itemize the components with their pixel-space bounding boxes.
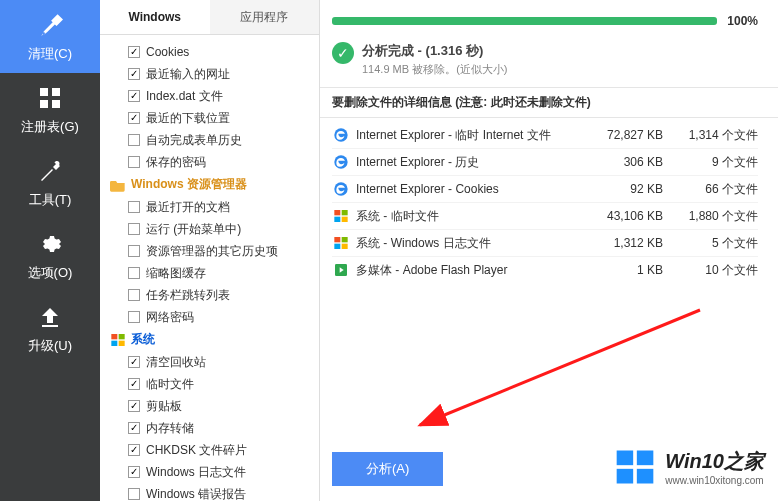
tree-item[interactable]: 最近输入的网址 (100, 63, 319, 85)
checkbox[interactable] (128, 378, 140, 390)
checkbox[interactable] (128, 311, 140, 323)
tree-item-label: Index.dat 文件 (146, 87, 223, 105)
sidebar-item-options[interactable]: 选项(O) (0, 219, 100, 292)
tree-item[interactable]: Cookies (100, 41, 319, 63)
svg-rect-5 (119, 334, 125, 339)
tree-item[interactable]: 内存转储 (100, 417, 319, 439)
checkbox[interactable] (128, 68, 140, 80)
svg-rect-13 (334, 217, 340, 222)
tree-item[interactable]: 最近打开的文档 (100, 196, 319, 218)
tree-item-label: 自动完成表单历史 (146, 131, 242, 149)
checkbox[interactable] (128, 444, 140, 456)
tree-item-label: 临时文件 (146, 375, 194, 393)
checkbox[interactable] (128, 245, 140, 257)
sidebar-item-tools[interactable]: 工具(T) (0, 146, 100, 219)
tree-item[interactable]: CHKDSK 文件碎片 (100, 439, 319, 461)
result-size: 1,312 KB (588, 236, 673, 250)
ie-icon (332, 126, 350, 144)
analyze-button[interactable]: 分析(A) (332, 452, 443, 486)
detail-header: 要删除文件的详细信息 (注意: 此时还未删除文件) (320, 87, 778, 118)
checkbox[interactable] (128, 267, 140, 279)
svg-point-10 (334, 182, 347, 195)
checkbox[interactable] (128, 400, 140, 412)
tree-tab-apps[interactable]: 应用程序 (210, 0, 320, 34)
tree-item[interactable]: Windows 日志文件 (100, 461, 319, 483)
result-row[interactable]: Internet Explorer - 临时 Internet 文件72,827… (332, 122, 758, 149)
tree-item[interactable]: 网络密码 (100, 306, 319, 328)
tree-item[interactable]: 最近的下载位置 (100, 107, 319, 129)
svg-rect-7 (119, 340, 125, 345)
checkbox[interactable] (128, 156, 140, 168)
checkbox[interactable] (128, 201, 140, 213)
svg-rect-1 (52, 88, 60, 96)
tree-group-header[interactable]: 系统 (100, 328, 319, 351)
tree-item-label: 剪贴板 (146, 397, 182, 415)
svg-rect-17 (334, 244, 340, 249)
tree-item[interactable]: Windows 错误报告 (100, 483, 319, 501)
svg-rect-4 (111, 334, 117, 339)
result-row[interactable]: Internet Explorer - Cookies92 KB66 个文件 (332, 176, 758, 203)
sidebar-item-clean[interactable]: 清理(C) (0, 0, 100, 73)
result-row[interactable]: 多媒体 - Adobe Flash Player1 KB10 个文件 (332, 257, 758, 283)
checkbox[interactable] (128, 46, 140, 58)
gear-icon (36, 230, 64, 258)
tree-item[interactable]: 运行 (开始菜单中) (100, 218, 319, 240)
tree-item-label: Windows 日志文件 (146, 463, 246, 481)
checkbox[interactable] (128, 466, 140, 478)
sidebar-label: 清理(C) (28, 45, 72, 63)
checkbox[interactable] (128, 134, 140, 146)
tree-item[interactable]: 资源管理器的其它历史项 (100, 240, 319, 262)
result-name: 系统 - Windows 日志文件 (356, 235, 588, 252)
checkbox[interactable] (128, 422, 140, 434)
result-row[interactable]: Internet Explorer - 历史306 KB9 个文件 (332, 149, 758, 176)
svg-rect-16 (342, 237, 348, 242)
result-name: Internet Explorer - 历史 (356, 154, 588, 171)
checkbox[interactable] (128, 289, 140, 301)
status-title: 分析完成 - (1.316 秒) (362, 42, 507, 60)
tree-item[interactable]: Index.dat 文件 (100, 85, 319, 107)
svg-point-8 (334, 128, 347, 141)
tree-item-label: 运行 (开始菜单中) (146, 220, 241, 238)
tree-item[interactable]: 剪贴板 (100, 395, 319, 417)
result-name: Internet Explorer - 临时 Internet 文件 (356, 127, 588, 144)
checkbox[interactable] (128, 112, 140, 124)
tree-item-label: 任务栏跳转列表 (146, 286, 230, 304)
svg-rect-0 (40, 88, 48, 96)
tree-item[interactable]: 临时文件 (100, 373, 319, 395)
tree-tabs: Windows 应用程序 (100, 0, 319, 35)
status-subtitle: 114.9 MB 被移除。(近似大小) (362, 62, 507, 77)
checkbox[interactable] (128, 356, 140, 368)
tree-item[interactable]: 任务栏跳转列表 (100, 284, 319, 306)
tree-item-label: CHKDSK 文件碎片 (146, 441, 247, 459)
progress-percent: 100% (727, 14, 758, 28)
ie-icon (332, 180, 350, 198)
tree-item[interactable]: 缩略图缓存 (100, 262, 319, 284)
svg-point-9 (334, 155, 347, 168)
sidebar-label: 选项(O) (28, 264, 73, 282)
sidebar-item-upgrade[interactable]: 升级(U) (0, 292, 100, 365)
tree-item-label: 资源管理器的其它历史项 (146, 242, 278, 260)
checkbox[interactable] (128, 223, 140, 235)
tree-item[interactable]: 清空回收站 (100, 351, 319, 373)
tree-item-label: 网络密码 (146, 308, 194, 326)
tree-item[interactable]: 自动完成表单历史 (100, 129, 319, 151)
result-row[interactable]: 系统 - 临时文件43,106 KB1,880 个文件 (332, 203, 758, 230)
broom-icon (36, 11, 64, 39)
result-files: 5 个文件 (673, 235, 758, 252)
tree-item[interactable]: 保存的密码 (100, 151, 319, 173)
win-icon (332, 234, 350, 252)
tree-group-header[interactable]: Windows 资源管理器 (100, 173, 319, 196)
result-size: 72,827 KB (588, 128, 673, 142)
result-files: 1,880 个文件 (673, 208, 758, 225)
checkbox[interactable] (128, 488, 140, 500)
result-size: 306 KB (588, 155, 673, 169)
result-size: 92 KB (588, 182, 673, 196)
svg-rect-11 (334, 210, 340, 215)
checkbox[interactable] (128, 90, 140, 102)
tree-item-label: 最近的下载位置 (146, 109, 230, 127)
tree-tab-windows[interactable]: Windows (100, 0, 210, 34)
result-row[interactable]: 系统 - Windows 日志文件1,312 KB5 个文件 (332, 230, 758, 257)
sidebar-item-registry[interactable]: 注册表(G) (0, 73, 100, 146)
tree-item-label: 内存转储 (146, 419, 194, 437)
tree-item-label: 最近输入的网址 (146, 65, 230, 83)
